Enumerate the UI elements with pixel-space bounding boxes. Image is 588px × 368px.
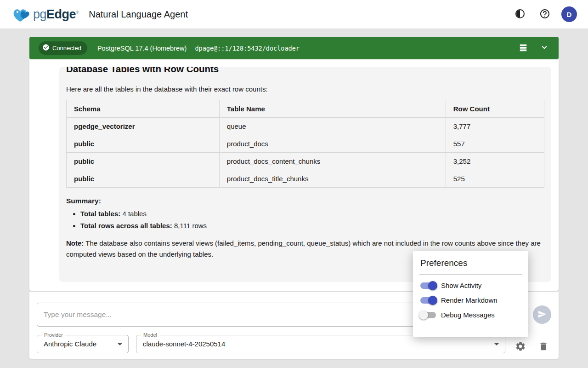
- show-activity-switch[interactable]: [420, 282, 436, 289]
- gear-icon: [515, 341, 526, 353]
- divider: [419, 274, 522, 275]
- preferences-title: Preferences: [420, 258, 521, 268]
- chevron-down-icon: [539, 42, 549, 54]
- trash-icon: [538, 341, 548, 353]
- theme-toggle-button[interactable]: [512, 6, 528, 23]
- note-label: Note:: [66, 239, 84, 247]
- response-intro: Here are all the tables in the database …: [66, 85, 544, 93]
- row-count-cell: 3,777: [446, 118, 544, 135]
- send-icon: [537, 310, 547, 320]
- switch-thumb: [428, 281, 437, 290]
- bullet-value: 8,111 rows: [172, 222, 207, 230]
- preferences-popup: Preferences Show Activity Render Markdow…: [413, 251, 528, 337]
- connection-status-badge: Connected: [39, 41, 87, 55]
- connection-string: dpage@::1/128:5432/docloader: [195, 45, 300, 52]
- check-circle-icon: [42, 44, 50, 52]
- caret-down-icon: [491, 339, 502, 350]
- connection-collapse-button[interactable]: [539, 42, 549, 54]
- help-icon: [539, 8, 550, 21]
- debug-messages-switch[interactable]: [420, 312, 436, 318]
- bullet-value: 4 tables: [120, 210, 147, 218]
- theme-toggle-icon: [514, 8, 526, 21]
- column-header-schema: Schema: [67, 100, 220, 118]
- model-select-value: claude-sonnet-4-20250514: [136, 335, 505, 353]
- settings-button[interactable]: [510, 337, 531, 357]
- column-header-row-count: Row Count: [446, 100, 544, 118]
- page-title: Natural Language Agent: [89, 9, 188, 20]
- table-row: public product_docs_title_chunks 525: [67, 170, 544, 188]
- list-item: Total rows across all tables: 8,111 rows: [80, 222, 544, 230]
- bullet-label: Total rows across all tables:: [80, 222, 172, 230]
- row-count-cell: 525: [446, 170, 544, 188]
- schema-cell: pgedge_vectorizer: [67, 118, 220, 135]
- model-select-label: Model: [141, 332, 159, 338]
- table-name-cell: product_docs_content_chunks: [219, 153, 446, 170]
- table-row: public product_docs 557: [67, 135, 544, 153]
- clear-chat-button[interactable]: [533, 337, 554, 357]
- toggle-label: Render Markdown: [441, 296, 498, 304]
- list-item: Total tables: 4 tables: [80, 210, 544, 218]
- toggle-show-activity[interactable]: Show Activity: [420, 282, 521, 289]
- row-count-cell: 3,252: [446, 153, 544, 170]
- assistant-message: Database Tables with Row Counts Here are…: [59, 67, 551, 282]
- pgedge-logo-icon: [11, 5, 31, 23]
- table-header-row: Schema Table Name Row Count: [67, 100, 544, 118]
- table-row: public product_docs_content_chunks 3,252: [67, 153, 544, 170]
- model-select[interactable]: Model claude-sonnet-4-20250514: [136, 335, 505, 353]
- provider-select[interactable]: Provider Anthropic Claude: [37, 335, 129, 353]
- pgedge-logo: pgEdge®: [11, 5, 79, 23]
- summary-list: Total tables: 4 tables Total rows across…: [66, 210, 544, 230]
- bullet-label: Total tables:: [80, 210, 120, 218]
- list-icon: [518, 42, 528, 54]
- app-header: pgEdge® Natural Language Agent D: [0, 0, 588, 29]
- app-window: pgEdge® Natural Language Agent D Connect…: [0, 0, 588, 368]
- table-name-cell: queue: [219, 118, 446, 135]
- connection-details-button[interactable]: [518, 42, 528, 54]
- toggle-label: Debug Messages: [441, 311, 495, 319]
- table-name-cell: product_docs_title_chunks: [219, 170, 446, 188]
- schema-cell: public: [67, 153, 220, 170]
- pgedge-wordmark: pgEdge®: [33, 7, 79, 22]
- db-tables-table: Schema Table Name Row Count pgedge_vecto…: [66, 100, 544, 188]
- response-heading: Database Tables with Row Counts: [66, 67, 544, 75]
- server-version-label: PostgreSQL 17.4 (Homebrew): [97, 45, 187, 52]
- switch-thumb: [428, 296, 437, 305]
- table-name-cell: product_docs: [219, 135, 446, 153]
- summary-heading: Summary:: [66, 197, 544, 205]
- schema-cell: public: [67, 170, 220, 188]
- toggle-render-markdown[interactable]: Render Markdown: [420, 296, 521, 304]
- row-count-cell: 557: [446, 135, 544, 153]
- toggle-label: Show Activity: [441, 282, 481, 289]
- toggle-debug-messages[interactable]: Debug Messages: [420, 311, 521, 319]
- user-avatar[interactable]: D: [561, 6, 577, 22]
- switch-thumb: [419, 310, 428, 320]
- caret-down-icon: [114, 339, 125, 350]
- send-button[interactable]: [533, 305, 551, 324]
- render-markdown-switch[interactable]: [420, 297, 436, 304]
- help-button[interactable]: [537, 6, 553, 23]
- connection-status-label: Connected: [52, 45, 81, 52]
- schema-cell: public: [67, 135, 220, 153]
- table-row: pgedge_vectorizer queue 3,777: [67, 118, 544, 135]
- provider-select-label: Provider: [42, 332, 65, 338]
- connection-bar: Connected PostgreSQL 17.4 (Homebrew) dpa…: [29, 37, 559, 59]
- column-header-table-name: Table Name: [219, 100, 446, 118]
